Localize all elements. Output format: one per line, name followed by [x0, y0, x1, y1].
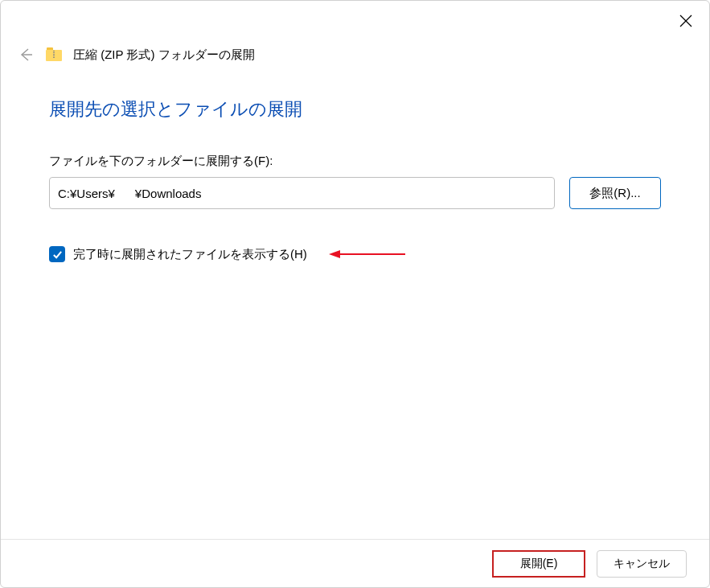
destination-label: ファイルを下のフォルダーに展開する(F):	[49, 154, 661, 169]
destination-row: 参照(R)...	[49, 177, 661, 209]
dialog-header: 圧縮 (ZIP 形式) フォルダーの展開	[17, 46, 255, 64]
dialog-content: 展開先の選択とファイルの展開 ファイルを下のフォルダーに展開する(F): 参照(…	[49, 97, 661, 262]
extract-button[interactable]: 展開(E)	[492, 550, 585, 578]
destination-path-input[interactable]	[49, 177, 555, 209]
page-heading: 展開先の選択とファイルの展開	[49, 97, 661, 121]
checkmark-icon	[52, 249, 63, 260]
close-button[interactable]	[674, 9, 698, 33]
show-files-checkbox-label: 完了時に展開されたファイルを表示する(H)	[73, 247, 307, 262]
svg-marker-4	[329, 250, 340, 258]
dialog-title: 圧縮 (ZIP 形式) フォルダーの展開	[73, 47, 255, 63]
zip-folder-icon	[46, 48, 62, 61]
dialog-footer: 展開(E) キャンセル	[1, 539, 709, 587]
show-files-checkbox[interactable]	[49, 246, 65, 262]
cancel-button[interactable]: キャンセル	[597, 550, 687, 578]
back-button[interactable]	[17, 46, 35, 64]
annotation-arrow-icon	[329, 248, 405, 261]
close-icon	[679, 14, 692, 27]
browse-button[interactable]: 参照(R)...	[569, 177, 661, 209]
back-arrow-icon	[18, 47, 34, 63]
